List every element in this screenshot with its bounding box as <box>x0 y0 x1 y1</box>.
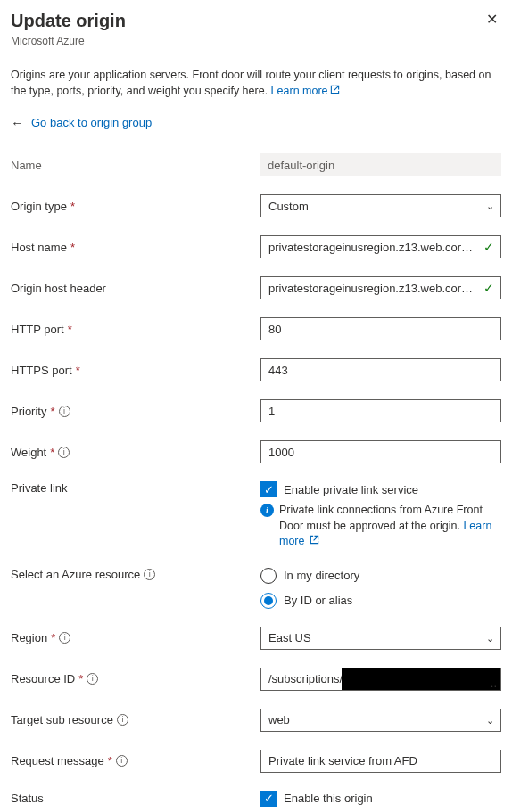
radio-icon <box>260 593 277 609</box>
name-label: Name <box>11 159 260 172</box>
status-label: Status <box>11 791 260 805</box>
weight-label: Weight* i <box>11 446 260 459</box>
description: Origins are your application servers. Fr… <box>11 67 501 99</box>
http-port-input[interactable] <box>260 317 501 340</box>
enable-private-link-label: Enable private link service <box>284 483 418 496</box>
radio-by-id-or-alias[interactable]: By ID or alias <box>260 593 501 609</box>
check-icon: ✓ <box>483 281 494 295</box>
priority-label: Priority* i <box>11 405 260 418</box>
info-icon[interactable]: i <box>116 755 128 767</box>
info-icon[interactable]: i <box>59 632 70 644</box>
host-name-label: Host name* <box>11 241 260 254</box>
enable-origin-checkbox[interactable]: ✓ <box>260 791 277 807</box>
target-sub-resource-label: Target sub resource i <box>11 713 260 726</box>
enable-private-link-checkbox[interactable]: ✓ <box>260 481 277 497</box>
radio-icon <box>260 568 277 584</box>
ellipsis-icon: .. <box>491 677 497 690</box>
radio-in-my-directory[interactable]: In my directory <box>260 568 501 584</box>
http-port-label: HTTP port* <box>11 323 260 336</box>
target-sub-resource-select[interactable] <box>260 709 501 732</box>
redacted-block <box>342 668 500 690</box>
radio-label: In my directory <box>284 569 359 582</box>
weight-input[interactable] <box>260 440 501 463</box>
external-link-icon <box>330 83 340 99</box>
info-icon[interactable]: i <box>117 714 128 726</box>
check-icon: ✓ <box>483 240 494 254</box>
page-title: Update origin <box>11 11 126 31</box>
https-port-label: HTTPS port* <box>11 364 260 377</box>
region-select[interactable] <box>260 627 501 650</box>
resource-id-input[interactable]: /subscriptions/ .. <box>260 668 501 691</box>
external-link-icon <box>310 534 319 550</box>
learn-more-link[interactable]: Learn more <box>271 85 340 97</box>
resource-id-prefix: /subscriptions/ <box>261 672 343 685</box>
https-port-input[interactable] <box>260 358 501 381</box>
origin-host-header-label: Origin host header <box>11 282 260 295</box>
info-icon[interactable]: i <box>87 673 98 685</box>
private-link-note: Private link connections from Azure Fron… <box>279 503 501 550</box>
page-subtitle: Microsoft Azure <box>11 35 501 47</box>
info-icon[interactable]: i <box>144 569 155 580</box>
host-name-input[interactable] <box>260 235 501 258</box>
request-message-label: Request message* i <box>11 754 260 767</box>
name-input <box>260 153 501 176</box>
info-icon[interactable]: i <box>58 447 70 458</box>
close-button[interactable]: ✕ <box>483 11 501 29</box>
region-label: Region* i <box>11 631 260 644</box>
back-link[interactable]: Go back to origin group <box>31 116 152 129</box>
request-message-input[interactable] <box>260 750 501 773</box>
origin-host-header-input[interactable] <box>260 276 501 299</box>
origin-type-label: Origin type* <box>11 200 260 213</box>
back-arrow-icon: ← <box>11 115 24 130</box>
enable-origin-label: Enable this origin <box>284 791 373 805</box>
private-link-label: Private link <box>11 481 260 495</box>
select-resource-label: Select an Azure resource i <box>11 568 260 581</box>
resource-id-label: Resource ID* i <box>11 672 260 685</box>
priority-input[interactable] <box>260 399 501 422</box>
origin-type-select[interactable] <box>260 194 501 217</box>
info-icon: i <box>260 504 274 517</box>
info-icon[interactable]: i <box>59 406 70 417</box>
radio-label: By ID or alias <box>284 594 352 607</box>
description-text: Origins are your application servers. Fr… <box>11 69 491 97</box>
